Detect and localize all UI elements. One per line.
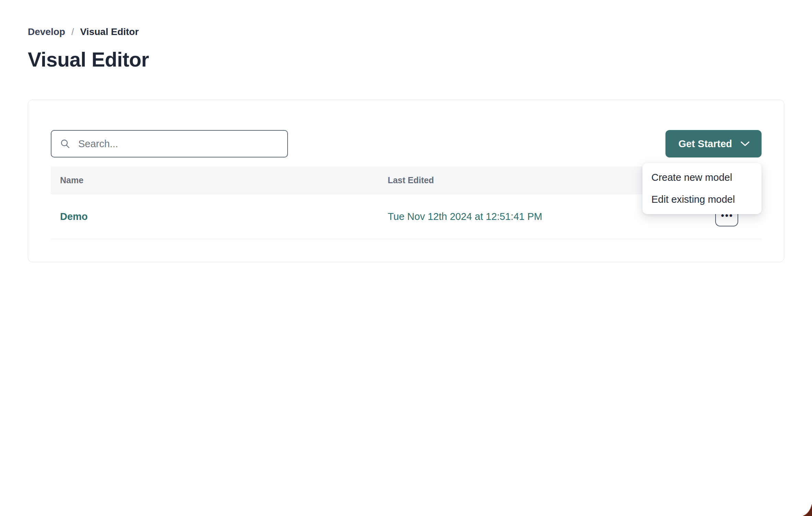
chevron-down-icon [740,141,750,147]
breadcrumb-separator: / [71,26,74,38]
model-name-link[interactable]: Demo [60,211,88,222]
toolbar: Get Started [51,130,762,157]
breadcrumb-item-develop[interactable]: Develop [28,26,65,38]
search-icon [60,138,71,149]
models-card: Get Started Create new model Edit existi… [28,99,784,262]
menu-item-edit-existing-model[interactable]: Edit existing model [642,189,762,209]
page: Develop / Visual Editor Visual Editor Ge… [0,0,812,262]
page-corner-decoration [798,502,812,516]
column-header-name: Name [51,175,388,185]
search-box[interactable] [51,130,288,157]
breadcrumb-item-visual-editor: Visual Editor [80,26,139,38]
page-title: Visual Editor [28,48,784,71]
get-started-dropdown-menu: Create new model Edit existing model [642,163,762,214]
breadcrumb: Develop / Visual Editor [28,26,784,38]
get-started-label: Get Started [678,138,732,150]
cell-name: Demo [51,211,388,222]
get-started-button[interactable]: Get Started [665,130,762,157]
search-input[interactable] [78,138,279,150]
model-last-edited-link[interactable]: Tue Nov 12th 2024 at 12:51:41 PM [388,211,542,222]
menu-item-create-new-model[interactable]: Create new model [642,168,762,188]
